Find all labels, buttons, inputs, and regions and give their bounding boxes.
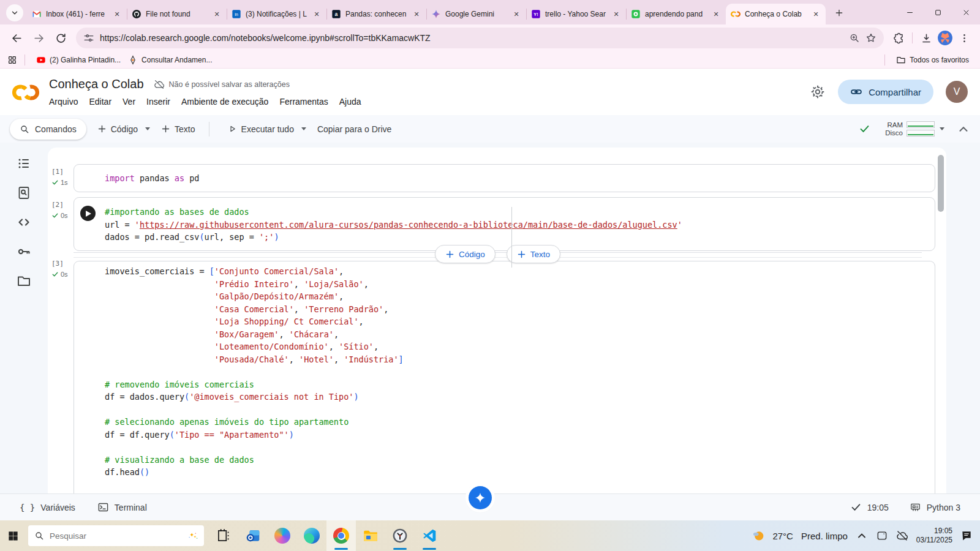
start-button[interactable] bbox=[0, 520, 26, 551]
weather-desc[interactable]: Pred. limpo bbox=[801, 531, 848, 541]
tab-close-icon[interactable]: ✕ bbox=[711, 9, 721, 19]
browser-tab[interactable]: Google Gemini✕ bbox=[426, 4, 526, 24]
collapse-toolbar-icon[interactable] bbox=[957, 122, 970, 136]
bookmark-star-icon[interactable] bbox=[865, 32, 876, 43]
check-icon bbox=[51, 179, 59, 186]
onedrive-off-icon[interactable] bbox=[896, 530, 908, 542]
sidebar-find-and-replace-icon[interactable] bbox=[17, 186, 31, 200]
browser-tab[interactable]: File not found✕ bbox=[127, 4, 227, 24]
weather-icon[interactable] bbox=[752, 530, 764, 542]
menu-inserir[interactable]: Inserir bbox=[141, 94, 176, 109]
taskbar-vscode-button[interactable] bbox=[415, 520, 444, 551]
run-all-caret-icon[interactable] bbox=[301, 127, 306, 130]
menu-editar[interactable]: Editar bbox=[83, 94, 117, 109]
settings-gear-icon[interactable] bbox=[810, 84, 826, 100]
taskbar-outlook-button[interactable] bbox=[238, 520, 268, 551]
code-cell-1[interactable]: import pandas as pd bbox=[74, 164, 935, 192]
share-button[interactable]: Compartilhar bbox=[838, 80, 933, 104]
window-close-button[interactable] bbox=[952, 0, 980, 24]
menu-ver[interactable]: Ver bbox=[117, 94, 141, 109]
resources-caret-icon[interactable] bbox=[940, 127, 944, 130]
browser-tab[interactable]: Y!trello - Yahoo Sear✕ bbox=[526, 4, 626, 24]
ime-icon[interactable] bbox=[876, 530, 888, 542]
window-maximize-button[interactable] bbox=[924, 0, 952, 24]
copy-to-drive-button[interactable]: Copiar para o Drive bbox=[311, 119, 398, 140]
tab-close-icon[interactable]: ✕ bbox=[312, 9, 322, 19]
tab-close-icon[interactable]: ✕ bbox=[112, 9, 122, 19]
add-code-caret-icon[interactable] bbox=[145, 127, 150, 130]
tab-close-icon[interactable]: ✕ bbox=[611, 9, 621, 19]
code-editor[interactable]: #importando as bases de dadosurl = 'http… bbox=[74, 198, 935, 244]
url-text[interactable]: https://colab.research.google.com/notebo… bbox=[100, 33, 843, 43]
tab-close-icon[interactable]: ✕ bbox=[511, 9, 521, 19]
apps-grid-icon[interactable] bbox=[7, 55, 17, 65]
sidebar-secrets-icon[interactable] bbox=[17, 244, 31, 259]
taskbar-file-explorer-button[interactable] bbox=[356, 520, 385, 551]
tab-close-icon[interactable]: ✕ bbox=[212, 9, 222, 19]
back-button[interactable] bbox=[6, 28, 27, 48]
downloads-button[interactable] bbox=[916, 28, 936, 48]
terminal-button[interactable]: Terminal bbox=[97, 501, 147, 513]
code-cell-3[interactable]: imoveis_comerciais = ['Conjunto Comercia… bbox=[74, 261, 935, 493]
run-cell-button[interactable] bbox=[80, 206, 96, 221]
code-editor[interactable]: import pandas as pd bbox=[74, 165, 935, 185]
taskbar-clock[interactable]: 19:05 03/11/2025 bbox=[916, 527, 952, 545]
tab-search-button[interactable] bbox=[6, 4, 23, 21]
tab-close-icon[interactable]: ✕ bbox=[412, 9, 421, 19]
notebook-title[interactable]: Conheça o Colab bbox=[49, 77, 144, 91]
taskbar-search[interactable] bbox=[28, 525, 204, 546]
kernel-selector[interactable]: Python 3 bbox=[910, 501, 960, 513]
reload-button[interactable] bbox=[50, 28, 71, 48]
menu-ambiente-de-execu-o[interactable]: Ambiente de execução bbox=[176, 94, 274, 109]
add-code-button[interactable]: Código bbox=[91, 119, 144, 140]
gemini-assistant-button[interactable] bbox=[469, 486, 492, 509]
browser-profile-avatar[interactable] bbox=[937, 30, 953, 46]
sidebar-code-snippets-icon[interactable] bbox=[17, 215, 31, 230]
variables-button[interactable]: { } Variáveis bbox=[20, 503, 75, 512]
menu-arquivo[interactable]: Arquivo bbox=[43, 94, 83, 109]
insert-code-button[interactable]: Código bbox=[435, 245, 496, 263]
menu-ferramentas[interactable]: Ferramentas bbox=[274, 94, 333, 109]
account-avatar[interactable]: V bbox=[946, 81, 968, 103]
scrollbar-thumb[interactable] bbox=[938, 155, 944, 212]
browser-tab[interactable]: Conheça o Colab✕ bbox=[726, 4, 826, 24]
extensions-button[interactable] bbox=[889, 28, 908, 48]
bookmark-item[interactable]: Consultar Andamen... bbox=[124, 54, 216, 66]
address-bar[interactable]: https://colab.research.google.com/notebo… bbox=[76, 28, 884, 48]
tab-close-icon[interactable]: ✕ bbox=[811, 9, 821, 19]
zoom-icon[interactable] bbox=[849, 32, 860, 43]
browser-tab[interactable]: aPandas: conhecen✕ bbox=[326, 4, 426, 24]
add-text-button[interactable]: Texto bbox=[155, 119, 201, 140]
forward-button[interactable] bbox=[28, 28, 49, 48]
browser-menu-button[interactable] bbox=[954, 28, 974, 48]
browser-tab[interactable]: aprendendo pand✕ bbox=[626, 4, 726, 24]
insert-text-button[interactable]: Texto bbox=[507, 245, 560, 263]
run-all-button[interactable]: Executar tudo bbox=[222, 119, 300, 140]
browser-tab[interactable]: in(3) Notificações | L✕ bbox=[227, 4, 326, 24]
taskbar-task-view-button[interactable] bbox=[209, 520, 238, 551]
sidebar-files-icon[interactable] bbox=[17, 274, 31, 288]
taskbar-copilot-button[interactable] bbox=[268, 520, 297, 551]
site-settings-icon[interactable] bbox=[83, 32, 94, 43]
window-minimize-button[interactable] bbox=[895, 0, 924, 24]
sidebar-table-of-contents-icon[interactable] bbox=[17, 156, 31, 171]
taskbar-chrome-button[interactable] bbox=[326, 520, 356, 551]
notifications-icon[interactable] bbox=[960, 530, 973, 542]
copilot-sparkles-icon bbox=[188, 531, 198, 541]
code-line: # removendo imóveis comerciais bbox=[105, 378, 935, 391]
commands-button[interactable]: Comandos bbox=[10, 119, 86, 140]
browser-tab[interactable]: Inbox (461) - ferre✕ bbox=[27, 4, 127, 24]
save-status[interactable]: Não é possível salvar as alterações bbox=[154, 79, 290, 90]
weather-temp[interactable]: 27°C bbox=[772, 531, 793, 541]
taskbar-search-input[interactable] bbox=[50, 531, 183, 541]
menu-ajuda[interactable]: Ajuda bbox=[334, 94, 367, 109]
all-bookmarks-button[interactable]: Todos os favoritos bbox=[892, 54, 973, 66]
code-cell-2[interactable]: #importando as bases de dadosurl = 'http… bbox=[74, 197, 935, 251]
new-tab-button[interactable] bbox=[831, 4, 848, 21]
tray-chevron-up-icon[interactable] bbox=[856, 530, 868, 542]
resources-indicator[interactable]: RAM Disco bbox=[885, 121, 944, 137]
taskbar-edge-button[interactable] bbox=[297, 520, 326, 551]
taskbar-clock-app-button[interactable] bbox=[385, 520, 415, 551]
code-editor[interactable]: imoveis_comerciais = ['Conjunto Comercia… bbox=[74, 261, 935, 479]
bookmark-item[interactable]: (2) Galinha Pintadin... bbox=[32, 54, 124, 66]
